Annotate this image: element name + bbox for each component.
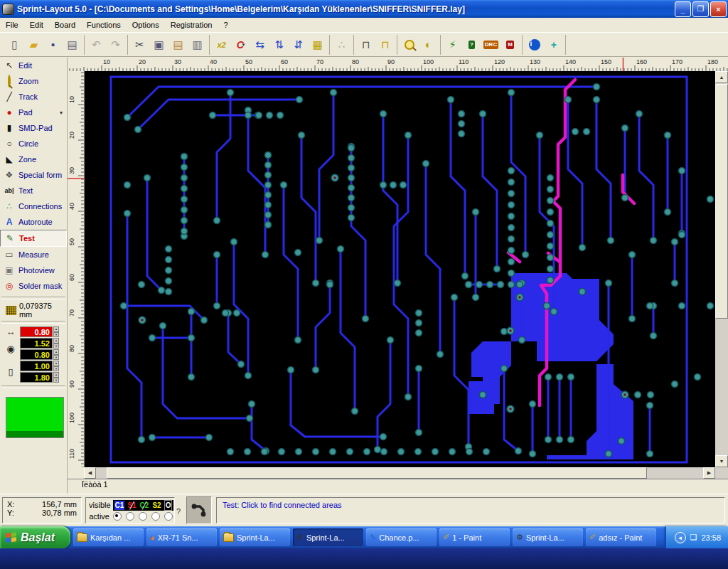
tool-zoom[interactable]: Zoom <box>0 73 67 89</box>
pad-icon: ● <box>3 107 16 117</box>
taskbar-task-sprint-la-[interactable]: ⚙Sprint-La... <box>293 528 363 546</box>
undo-button[interactable]: ↶ <box>87 35 106 54</box>
new-file-button[interactable]: ▯ <box>5 35 24 54</box>
info-button[interactable]: i <box>525 35 544 54</box>
minimize-button[interactable]: _ <box>675 1 691 17</box>
taskbar-task-ads-z-paint[interactable]: ✐adsız - Paint <box>586 528 656 546</box>
layer-chip-c2[interactable]: C2╱ <box>139 501 150 510</box>
contrast-view-button[interactable]: ◐ <box>419 35 438 54</box>
drc-button[interactable]: DRC <box>481 35 500 54</box>
taskbar-task-sprint-la-[interactable]: Sprint-La... <box>220 528 290 546</box>
hscroll-thumb[interactable] <box>107 467 647 479</box>
active-layer-radio-c2[interactable] <box>139 512 147 521</box>
smd-height-spinner[interactable]: ▲▼ <box>53 372 59 383</box>
taskbar-task-kar-dan-[interactable]: Karşıdan ... <box>73 528 144 546</box>
mirror-vertical-button[interactable]: ⇅ <box>269 35 289 54</box>
delete-button[interactable]: ▥ <box>188 35 207 54</box>
scroll-up-button[interactable]: ▲ <box>715 71 728 83</box>
smd-width-spinner[interactable]: ▲▼ <box>53 361 59 371</box>
layer-visibility-strip: C1S1╱C2╱S2O <box>113 500 174 511</box>
menu-options[interactable]: Options <box>127 19 165 31</box>
pcb-canvas[interactable] <box>84 71 715 467</box>
check-button[interactable]: ? <box>462 35 481 54</box>
cut-button[interactable]: ✂ <box>130 35 149 54</box>
menu-file[interactable]: File <box>0 19 24 31</box>
copy-button[interactable]: ▣ <box>149 35 168 54</box>
start-button[interactable]: Başlat <box>0 526 70 548</box>
layer-help-button[interactable]: ? <box>176 507 181 516</box>
layer-chip-s1[interactable]: S1╱ <box>127 501 136 510</box>
pad-drill-field[interactable]: 0.80 <box>20 349 53 360</box>
tool-text[interactable]: ab|Text <box>0 183 67 198</box>
smd-pad-icon: ▮ <box>3 123 16 133</box>
smd-width-field[interactable]: 1.00 <box>20 361 53 371</box>
horizontal-scrollbar[interactable]: ◀▶ <box>84 467 715 479</box>
board-tab[interactable]: Ïëàòà 1 <box>72 479 118 491</box>
tool-measure[interactable]: ▭Measure <box>0 247 67 262</box>
taskbar-task-1-paint[interactable]: ✐1 - Paint <box>439 528 510 546</box>
layer-chip-s2[interactable]: S2 <box>151 501 161 510</box>
unlock-button[interactable]: ⊓ <box>375 35 395 54</box>
macro-button[interactable]: M <box>500 35 520 54</box>
duplicate-button[interactable]: x2 <box>212 35 231 54</box>
maximize-button[interactable]: ❐ <box>692 1 709 17</box>
zoom-glass-button[interactable] <box>400 35 419 54</box>
tool-connections[interactable]: ∴Connections <box>0 198 67 214</box>
redo-button[interactable]: ↷ <box>106 35 125 54</box>
save-file-button[interactable]: ▪ <box>43 35 63 54</box>
pad-drill-spinner[interactable]: ▲▼ <box>53 349 59 360</box>
tool-edit[interactable]: ↖Edit <box>0 58 67 73</box>
scroll-down-button[interactable]: ▼ <box>715 455 728 467</box>
test-tool-indicator[interactable] <box>186 496 212 524</box>
track-width-field[interactable]: 0.80 <box>20 326 53 337</box>
taskbar-task-xr-71-sn-[interactable]: ◕XR-71 Sn... <box>146 528 217 546</box>
tool-track[interactable]: ╱Track <box>0 89 67 105</box>
menu-?[interactable]: ? <box>218 19 233 31</box>
tool-test[interactable]: ✎Test <box>0 230 67 247</box>
origin-cross-button[interactable]: + <box>544 35 563 54</box>
scroll-right-button[interactable]: ▶ <box>703 467 715 479</box>
taskbar-task-sprint-la-[interactable]: ⚙Sprint-La... <box>513 528 583 546</box>
vertical-scrollbar[interactable]: ▲▼ <box>715 71 728 467</box>
vscroll-thumb[interactable] <box>715 84 728 319</box>
tool-autoroute[interactable]: AAutoroute <box>0 214 67 230</box>
active-layer-radio-c1[interactable] <box>113 512 122 521</box>
track-width-spinner[interactable]: ▲▼ <box>53 326 59 337</box>
tool-smd-pad[interactable]: ▮SMD-Pad <box>0 120 67 136</box>
pad-outer-spinner[interactable]: ▲▼ <box>53 338 59 349</box>
snap-grid-button[interactable]: ▦ <box>308 35 327 54</box>
active-layer-radio-s1[interactable] <box>126 512 134 521</box>
active-layer-radio-o[interactable] <box>164 512 173 521</box>
menu-board[interactable]: Board <box>49 19 81 31</box>
network-icon[interactable]: ❏ <box>690 533 697 542</box>
mirror-horizontal-button[interactable]: ⇆ <box>250 35 269 54</box>
menu-edit[interactable]: Edit <box>24 19 49 31</box>
tool-photoview[interactable]: ▣Photoview <box>0 262 67 278</box>
paste-button[interactable]: ▤ <box>168 35 188 54</box>
flip-board-button[interactable]: ⇵ <box>289 35 308 54</box>
layer-chip-o[interactable]: O <box>164 500 173 511</box>
smd-height-field[interactable]: 1.80 <box>20 372 53 383</box>
autoroute-run-button[interactable]: ⚡ <box>443 35 462 54</box>
connections-off-button[interactable]: ∴ <box>332 35 351 54</box>
rotate-button[interactable]: C▾ <box>231 35 250 54</box>
tool-zone[interactable]: ◣Zone <box>0 151 67 167</box>
lock-button[interactable]: ⊓ <box>356 35 375 54</box>
print-button[interactable]: ▤ <box>63 35 82 54</box>
tool-pad[interactable]: ●Pad▾ <box>0 105 67 120</box>
scroll-left-button[interactable]: ◀ <box>84 467 96 479</box>
layer-chip-c1[interactable]: C1 <box>114 501 125 510</box>
pad-outer-field[interactable]: 1.52 <box>20 338 53 349</box>
tool-solder-mask[interactable]: ◎Solder mask <box>0 278 67 294</box>
grid-setting[interactable]: 0,079375 mm <box>0 302 67 318</box>
taskbar-task-chance-p-[interactable]: ✎Chance.p... <box>366 528 437 546</box>
tray-collapse-icon[interactable]: ◂ <box>675 532 686 543</box>
tool-special-form[interactable]: ❖Special form <box>0 167 67 183</box>
menu-registration[interactable]: Registration <box>165 19 218 31</box>
active-layer-radio-s2[interactable] <box>151 512 160 521</box>
svg-text:170: 170 <box>672 58 682 65</box>
open-file-button[interactable]: ▰ <box>24 35 43 54</box>
menu-functions[interactable]: Functions <box>81 19 127 31</box>
tool-circle[interactable]: ○Circle <box>0 136 67 151</box>
close-button[interactable]: × <box>710 1 727 17</box>
